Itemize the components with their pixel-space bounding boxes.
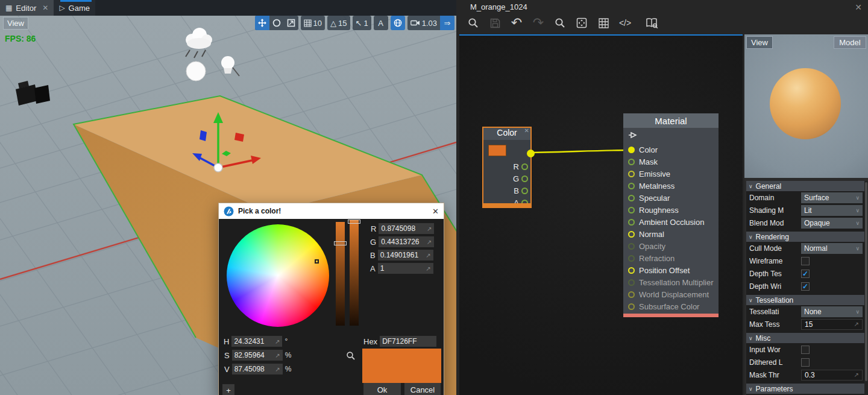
mask-threshold-field[interactable]: 0.3↗ [801,370,863,381]
tab-editor[interactable]: ▦ Editor ✕ [0,0,54,16]
color-node-header[interactable]: Color ✕ [483,128,530,140]
color-output-pin[interactable] [527,150,535,157]
pin-world-displacement[interactable]: World Displacement [623,288,719,300]
pin-position-offset[interactable]: Position Offset [623,264,719,276]
generated-code-icon[interactable]: </> [614,14,636,32]
pin-color[interactable]: Color [623,144,719,156]
value-slider[interactable] [336,222,345,326]
undo-icon[interactable]: ↶ [506,14,527,32]
search-icon[interactable] [462,14,484,32]
h-field[interactable]: 24.32431↗ [231,336,282,347]
material-graph-surface[interactable]: Color ✕ R G B A Material [459,34,743,395]
section-tessellation[interactable]: ∨Tessellation [746,295,864,305]
pin-normal[interactable]: Normal [623,228,719,240]
scale-snap-button[interactable]: ↖ 1 [353,16,371,30]
drag-icon[interactable]: ↗ [275,366,280,373]
color-node-swatch[interactable] [488,145,506,156]
pin-metalness[interactable]: Metalness [623,180,719,192]
section-misc[interactable]: ∨Misc [746,333,864,343]
domain-dropdown[interactable]: Surface∨ [801,192,863,203]
dialog-titlebar[interactable]: Pick a color! ✕ [219,203,444,219]
drag-icon[interactable]: ↗ [426,265,430,272]
pin-tessellation-multiplier[interactable]: Tessellation Multiplier [623,276,719,288]
color-wheel[interactable] [227,224,329,327]
docs-icon[interactable] [641,14,662,32]
material-node-header[interactable]: Material [623,113,719,128]
pin-opacity[interactable]: Opacity [623,240,719,252]
r-output-pin[interactable] [521,163,528,170]
g-field[interactable]: 0.44313726↗ [379,236,434,247]
saturation-slider[interactable] [350,220,359,326]
max-tessellation-field[interactable]: 15↗ [801,319,863,330]
drag-icon[interactable]: ↗ [275,352,280,359]
input-world-checkbox[interactable] [801,346,810,354]
section-rendering[interactable]: ∨Rendering [746,232,864,242]
pin-subsurface-color[interactable]: Subsurface Color [623,300,719,312]
g-output-pin[interactable] [521,175,528,182]
depth-test-checkbox[interactable] [801,270,810,278]
hex-field[interactable]: DF7126FF [380,336,436,347]
ok-button[interactable]: Ok [363,383,401,395]
close-window-icon[interactable]: ✕ [855,2,862,12]
properties-scrollbar[interactable] [864,181,868,395]
node-close-icon[interactable]: ✕ [524,127,529,134]
rotate-tool-button[interactable] [269,16,284,30]
point-light-sprite[interactable] [186,62,206,81]
section-parameters[interactable]: ∨Parameters [746,384,864,394]
r-field[interactable]: 0.8745098↗ [379,223,434,234]
drag-icon[interactable]: ↗ [426,252,430,259]
blend-mode-dropdown[interactable]: Opaque∨ [801,218,863,229]
preview-model-button[interactable]: Model [834,36,866,49]
cull-mode-dropdown[interactable]: Normal∨ [801,243,863,254]
pin-refraction[interactable]: Refraction [623,252,719,264]
cancel-button[interactable]: Cancel [404,383,441,395]
eyedropper-icon[interactable] [346,351,356,363]
drag-icon[interactable]: ↗ [275,338,280,345]
absolute-mode-button[interactable]: A [374,16,388,30]
scene-viewport[interactable]: View FPS: 86 [0,16,456,395]
save-icon[interactable] [484,14,506,32]
pin-roughness[interactable]: Roughness [623,204,719,216]
dialog-close-icon[interactable]: ✕ [432,207,439,216]
tab-game[interactable]: ▷ Game [54,0,95,16]
zoom-icon[interactable] [549,14,571,32]
camera-speed-button[interactable]: 1.03 [407,16,440,30]
shading-model-dropdown[interactable]: Lit∨ [801,205,863,216]
center-view-icon[interactable] [571,14,593,32]
expand-toolbar-icon[interactable]: ⇒ [440,16,454,30]
v-field[interactable]: 87.45098↗ [232,364,283,374]
b-output-pin[interactable] [521,188,528,194]
drag-icon[interactable]: ↗ [427,239,432,245]
saturation-slider-handle[interactable] [348,220,360,224]
material-preview[interactable]: View Model [744,34,868,178]
close-tab-icon[interactable]: ✕ [42,4,48,12]
b-field[interactable]: 0.14901961↗ [378,250,433,261]
dithered-lod-checkbox[interactable] [801,358,810,367]
pin-specular[interactable]: Specular [623,192,719,204]
wireframe-checkbox[interactable] [801,257,810,265]
material-root-node[interactable]: Material Color Mask Emissive Metalness S… [623,113,719,317]
depth-write-checkbox[interactable] [801,282,810,291]
a-field[interactable]: 1↗ [378,263,433,274]
pin-ambient-occlusion[interactable]: Ambient Occlusion [623,216,719,228]
pin-emissive[interactable]: Emissive [623,168,719,180]
redo-icon[interactable]: ↷ [527,14,549,32]
preview-view-button[interactable]: View [746,36,773,49]
show-grid-icon[interactable] [593,14,614,32]
viewport-view-button[interactable]: View [3,17,28,30]
value-slider-handle[interactable] [334,241,347,245]
scale-tool-button[interactable] [284,16,298,30]
section-general[interactable]: ∨General [746,181,864,191]
scrollbar-thumb[interactable] [865,182,867,381]
rotation-snap-button[interactable]: △ 15 [327,16,350,30]
grid-snap-button[interactable]: 10 [301,16,325,30]
color-node[interactable]: Color ✕ R G B A [482,127,532,208]
tessellation-method-dropdown[interactable]: None∨ [801,306,863,317]
add-preset-button[interactable]: + [222,384,234,395]
pin-mask[interactable]: Mask [623,156,719,168]
drag-icon[interactable]: ↗ [427,226,432,232]
translate-tool-button[interactable] [255,16,269,30]
gizmo-space-button[interactable] [391,16,405,30]
color-wheel-selector[interactable] [315,259,319,264]
s-field[interactable]: 82.95964↗ [232,350,283,361]
